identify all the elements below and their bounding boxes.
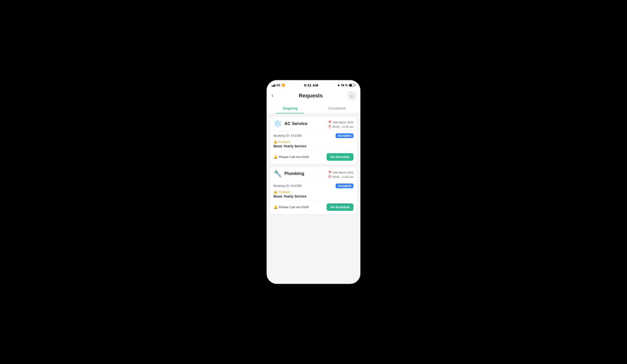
warning-icon-1: ⚠️	[273, 140, 277, 144]
booking-id-1: Booking ID: AA1585	[273, 134, 302, 137]
back-arrow-icon: ‹	[271, 92, 273, 99]
plumbing-service-name: Plumbing	[284, 171, 304, 176]
problem-label-1: ⚠️ Problem:	[273, 140, 354, 144]
phone-frame: GS 📶 9:41 AM ★ 58 % ‹ Requests ⌕ Ongoing	[266, 80, 361, 284]
problem-section-2: ⚠️ Problem: Basic Yearly Service	[273, 190, 354, 198]
booking-row-2: Booking ID: AA1585 Accepted	[273, 183, 354, 188]
bell-icon-1: 🔔	[273, 155, 278, 159]
problem-value-2: Basic Yearly Service	[273, 194, 354, 198]
status-bar: GS 📶 9:41 AM ★ 58 %	[267, 80, 360, 89]
card-header-1: ❄️ AC Service 📅 10th March 2022 ⏰ 09:00 …	[273, 120, 354, 129]
status-left: GS 📶	[271, 84, 285, 87]
time-2: 09:00 - 11:00 am	[332, 175, 354, 179]
clock-icon-1: ⏰	[328, 125, 331, 129]
booking-row-1: Booking ID: AA1585 Accepted	[273, 133, 354, 138]
status-badge-2: Accepted	[336, 183, 354, 188]
date-2: 10th March 2022	[333, 170, 354, 175]
ac-service-icon: ❄️	[273, 120, 282, 127]
calendar-icon-2: 📅	[328, 170, 332, 175]
page-title: Requests	[299, 92, 323, 99]
plumbing-service-icon: 🔧	[273, 170, 282, 177]
wifi-icon: 📶	[282, 84, 285, 87]
divider-2	[273, 181, 354, 182]
clock-icon-2: ⏰	[328, 175, 331, 179]
reschedule-button-1[interactable]: Re-Schedule	[327, 153, 354, 161]
date-1: 10th March 2022	[333, 120, 354, 125]
content-area: ❄️ AC Service 📅 10th March 2022 ⏰ 09:00 …	[267, 113, 360, 218]
time-1: 09:00 - 11:00 am	[332, 125, 354, 129]
problem-label-2: ⚠️ Problem:	[273, 190, 354, 194]
card-meta-1: 📅 10th March 2022 ⏰ 09:00 - 11:00 am	[328, 120, 354, 129]
tab-completed[interactable]: Completed	[314, 103, 360, 113]
search-button[interactable]: ⌕	[347, 91, 356, 100]
carrier-label: GS	[276, 84, 280, 87]
call-label-2: 🔔 Please Call me ASAP	[273, 205, 309, 209]
status-badge-1: Accepted	[336, 133, 354, 138]
problem-section-1: ⚠️ Problem: Basic Yearly Service	[273, 140, 354, 148]
call-label-1: 🔔 Please Call me ASAP	[273, 155, 309, 159]
tabs-bar: Ongoing Completed	[267, 103, 360, 113]
header: ‹ Requests ⌕	[267, 89, 360, 103]
status-right: ★ 58 %	[337, 84, 356, 87]
card-title-row-1: ❄️ AC Service	[273, 120, 308, 127]
card-header-2: 🔧 Plumbing 📅 10th March 2022 ⏰ 09:00 - 1…	[273, 170, 354, 179]
ac-service-name: AC Service	[284, 121, 308, 126]
clock: 9:41 AM	[304, 83, 318, 87]
divider-1	[273, 131, 354, 131]
booking-id-2: Booking ID: AA1585	[273, 184, 302, 187]
bell-icon-2: 🔔	[273, 205, 278, 209]
signal-bars-icon	[271, 84, 275, 87]
search-icon: ⌕	[351, 93, 353, 98]
calendar-icon-1: 📅	[328, 120, 332, 125]
card-footer-1: 🔔 Please Call me ASAP Re-Schedule	[273, 150, 354, 161]
reschedule-button-2[interactable]: Re-Schedule	[327, 203, 354, 211]
problem-value-1: Basic Yearly Service	[273, 144, 354, 148]
request-card-1: ❄️ AC Service 📅 10th March 2022 ⏰ 09:00 …	[270, 117, 357, 164]
battery-icon	[349, 84, 356, 87]
card-title-row-2: 🔧 Plumbing	[273, 170, 304, 177]
battery-percent: 58 %	[341, 84, 348, 87]
card-meta-2: 📅 10th March 2022 ⏰ 09:00 - 11:00 am	[328, 170, 354, 179]
card-footer-2: 🔔 Please Call me ASAP Re-Schedule	[273, 201, 354, 211]
back-button[interactable]: ‹	[271, 91, 274, 100]
warning-icon-2: ⚠️	[273, 190, 277, 194]
tab-ongoing[interactable]: Ongoing	[267, 103, 314, 113]
request-card-2: 🔧 Plumbing 📅 10th March 2022 ⏰ 09:00 - 1…	[270, 167, 357, 214]
bluetooth-icon: ★	[337, 84, 340, 87]
